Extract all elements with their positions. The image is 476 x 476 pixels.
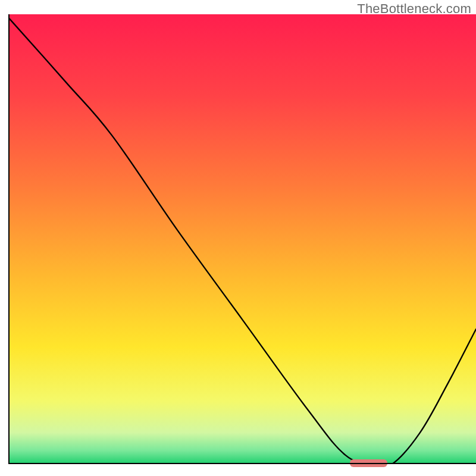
- chart-container: TheBottleneck.com: [0, 0, 476, 476]
- plot-area: [10, 14, 476, 464]
- x-axis: [8, 463, 476, 464]
- y-axis: [8, 14, 10, 464]
- gradient-rect: [10, 14, 476, 464]
- watermark-text: TheBottleneck.com: [357, 1, 471, 17]
- plot-svg: [10, 14, 476, 464]
